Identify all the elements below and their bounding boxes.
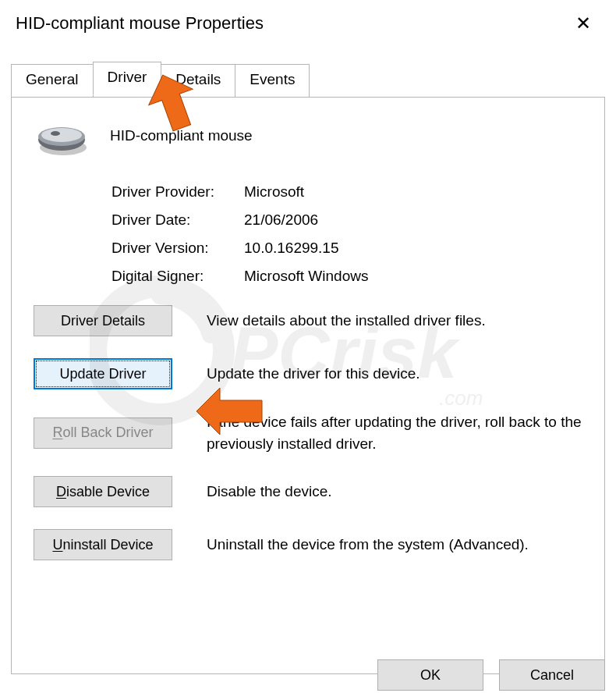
driver-details-desc: View details about the installed driver … (207, 310, 582, 332)
button-label: Driver Details (61, 313, 145, 329)
uninstall-device-button[interactable]: Uninstall Device (34, 529, 172, 560)
close-icon[interactable]: ✕ (568, 8, 599, 39)
cancel-button[interactable]: Cancel (499, 659, 605, 691)
uninstall-desc: Uninstall the device from the system (Ad… (207, 534, 582, 556)
disable-device-button[interactable]: Disable Device (34, 476, 172, 507)
signer-value: Microsoft Windows (244, 268, 368, 285)
version-value: 10.0.16299.15 (244, 240, 339, 257)
svg-point-3 (41, 128, 82, 142)
tab-events[interactable]: Events (235, 64, 310, 98)
arrow-icon (144, 73, 200, 144)
driver-details-button[interactable]: Driver Details (34, 305, 172, 336)
date-label: Driver Date: (112, 211, 244, 229)
ok-button[interactable]: OK (377, 659, 483, 691)
tab-general[interactable]: General (11, 64, 94, 98)
svg-point-4 (51, 131, 60, 136)
mouse-icon (34, 115, 91, 157)
button-label: Uninstall Device (52, 537, 153, 553)
date-value: 21/06/2006 (244, 211, 318, 229)
svg-marker-5 (144, 73, 200, 136)
driver-panel: HID-compliant mouse Driver Provider: Mic… (11, 97, 605, 674)
update-driver-desc: Update the driver for this device. (207, 363, 582, 385)
tab-strip: General Driver Details Events (11, 64, 616, 98)
version-label: Driver Version: (112, 240, 244, 257)
button-label: Update Driver (59, 366, 146, 382)
update-driver-button[interactable]: Update Driver (34, 358, 172, 389)
button-label: Cancel (530, 667, 574, 684)
svg-marker-6 (196, 388, 262, 435)
button-label: OK (420, 667, 441, 684)
provider-value: Microsoft (244, 183, 304, 201)
signer-label: Digital Signer: (112, 268, 244, 285)
arrow-icon (196, 388, 267, 435)
roll-back-driver-button: Roll Back Driver (34, 418, 172, 449)
button-label: Disable Device (56, 484, 150, 500)
disable-desc: Disable the device. (207, 481, 582, 503)
provider-label: Driver Provider: (112, 183, 244, 201)
window-title: HID-compliant mouse Properties (16, 13, 264, 34)
button-label: Roll Back Driver (52, 425, 153, 441)
